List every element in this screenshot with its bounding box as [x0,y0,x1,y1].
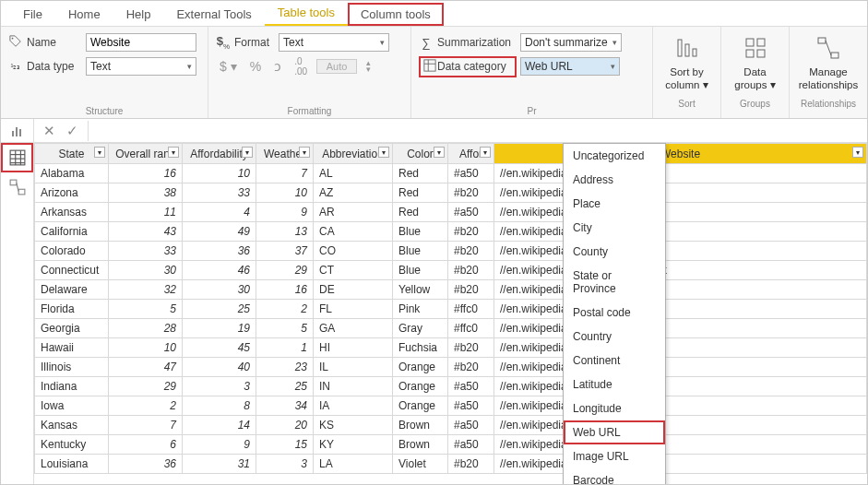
cell[interactable]: 8 [183,396,256,416]
cell[interactable]: 31 [183,455,256,474]
cell[interactable]: 33 [109,242,183,261]
cell[interactable]: #b20 [448,338,494,358]
cell[interactable]: #a50 [448,435,494,455]
column-header[interactable]: Affor▾ [448,144,494,164]
cell[interactable]: Red [393,183,448,203]
cell[interactable]: 3 [183,377,256,396]
cell[interactable]: 2 [109,396,183,416]
cell[interactable]: Arizona [35,183,109,203]
tab-column-tools[interactable]: Column tools [348,3,444,26]
decimal-auto[interactable]: Auto [316,59,357,74]
cell[interactable]: 9 [256,203,314,222]
table-row[interactable]: Illinois474023ILOrange#b20//en.wikipedia… [35,358,867,377]
cell[interactable]: //en.wikipedia.org/wiki/arkansas [494,203,867,222]
cell[interactable]: Connecticut [35,261,109,280]
confirm-icon[interactable]: ✓ [66,123,78,139]
cell[interactable]: 16 [256,280,314,300]
datatype-select[interactable]: Text ▾ [86,57,196,76]
column-filter-icon[interactable]: ▾ [480,147,491,158]
stepper-icon[interactable]: ▴▾ [363,60,375,73]
column-header[interactable]: Affordability▾ [183,144,256,164]
cell[interactable]: California [35,222,109,242]
cell[interactable]: Fuchsia [393,338,448,358]
cell[interactable]: Red [393,203,448,222]
cell[interactable]: 36 [183,242,256,261]
cell[interactable]: 36 [109,455,183,474]
cell[interactable]: Violet [393,455,448,474]
cell[interactable]: #b20 [448,358,494,377]
column-header[interactable]: Overall rank▾ [109,144,183,164]
cell[interactable]: Orange [393,358,448,377]
cell[interactable]: 5 [109,300,183,319]
cell[interactable]: 10 [256,183,314,203]
cell[interactable]: Arkansas [35,203,109,222]
cancel-icon[interactable]: ✕ [43,123,55,139]
cell[interactable]: 40 [183,358,256,377]
cell[interactable]: 45 [183,338,256,358]
cell[interactable]: 46 [183,261,256,280]
cell[interactable]: Orange [393,396,448,416]
cell[interactable]: Kansas [35,416,109,435]
cell[interactable]: AL [314,164,393,183]
cell[interactable]: 37 [256,242,314,261]
dropdown-option[interactable]: State or Province [564,264,665,301]
datacategory-select[interactable]: Web URL ▾ [520,57,620,76]
cell[interactable]: Georgia [35,319,109,338]
table-row[interactable]: Arizona383310AZRed#b20//en.wikipedia.org… [35,183,867,203]
cell[interactable]: 10 [109,338,183,358]
cell[interactable]: FL [314,300,393,319]
cell[interactable]: Blue [393,242,448,261]
dropdown-option[interactable]: Place [564,192,665,216]
dropdown-option[interactable]: Postal code [564,301,665,325]
data-groups-button[interactable]: Datagroups ▾ [722,32,789,97]
column-filter-icon[interactable]: ▾ [168,147,179,158]
cell[interactable]: //en.wikipedia.org/wiki/georgia [494,319,867,338]
cell[interactable]: 6 [109,435,183,455]
summarization-select[interactable]: Don't summarize ▾ [520,33,622,52]
cell[interactable]: 29 [256,261,314,280]
name-input[interactable] [86,33,196,52]
cell[interactable]: //en.wikipedia.org/wiki/indiana [494,377,867,396]
dropdown-option[interactable]: County [564,240,665,264]
column-filter-icon[interactable]: ▾ [299,147,310,158]
table-row[interactable]: Hawaii10451HIFuchsia#b20//en.wikipedia.o… [35,338,867,358]
cell[interactable]: #b20 [448,280,494,300]
cell[interactable]: 11 [109,203,183,222]
cell[interactable]: IA [314,396,393,416]
table-row[interactable]: Georgia28195GAGray#ffc0//en.wikipedia.or… [35,319,867,338]
cell[interactable]: //en.wikipedia.org/wiki/alabama [494,164,867,183]
cell[interactable]: 25 [256,377,314,396]
cell[interactable]: IN [314,377,393,396]
cell[interactable]: 10 [183,164,256,183]
dropdown-option[interactable]: Continent [564,349,665,373]
cell[interactable]: //en.wikipedia.org/wiki/iowa [494,396,867,416]
cell[interactable]: 20 [256,416,314,435]
column-filter-icon[interactable]: ▾ [434,147,445,158]
cell[interactable]: 47 [109,358,183,377]
cell[interactable]: 1 [256,338,314,358]
percent-button[interactable]: % [246,59,265,74]
cell[interactable]: #b20 [448,222,494,242]
cell[interactable]: DE [314,280,393,300]
view-data-button[interactable] [1,143,33,172]
cell[interactable]: Florida [35,300,109,319]
cell[interactable]: CO [314,242,393,261]
cell[interactable]: 30 [109,261,183,280]
dropdown-option[interactable]: Country [564,325,665,349]
comma-button[interactable]: ↄ [270,59,285,74]
cell[interactable]: //en.wikipedia.org/wiki/arizona [494,183,867,203]
cell[interactable]: 43 [109,222,183,242]
cell[interactable]: 25 [183,300,256,319]
table-row[interactable]: Delaware323016DEYellow#b20//en.wikipedia… [35,280,867,300]
cell[interactable]: #b20 [448,261,494,280]
cell[interactable]: Orange [393,377,448,396]
cell[interactable]: //en.wikipedia.org/wiki/kansas [494,416,867,435]
dropdown-option[interactable]: Barcode [564,468,665,485]
cell[interactable]: CT [314,261,393,280]
cell[interactable]: KS [314,416,393,435]
cell[interactable]: Iowa [35,396,109,416]
currency-button[interactable]: $ ▾ [216,59,241,74]
cell[interactable]: //en.wikipedia.org/wiki/florida [494,300,867,319]
cell[interactable]: Hawaii [35,338,109,358]
cell[interactable]: 2 [256,300,314,319]
